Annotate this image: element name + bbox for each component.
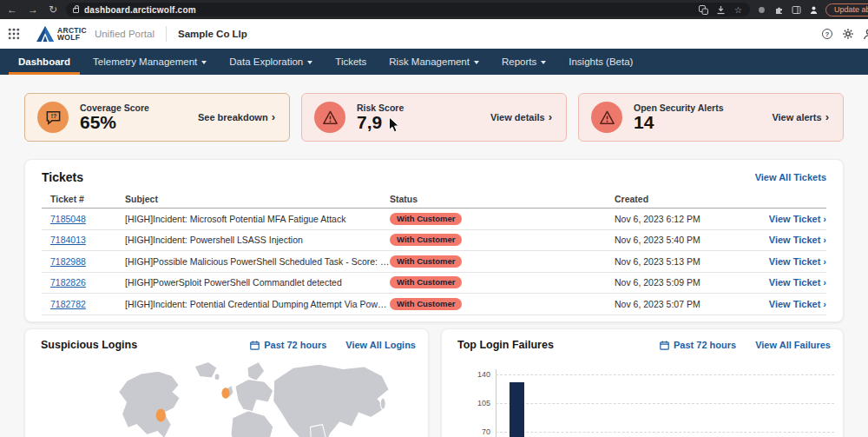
ticket-subject: [HIGH]Incident: Microsoft Potential MFA … (125, 214, 390, 224)
ticket-created: Nov 6, 2023 5:40 PM (615, 235, 713, 245)
status-badge: With Customer (390, 298, 462, 310)
tickets-panel: Tickets View All Tickets Ticket # Subjec… (24, 159, 844, 322)
browser-reload-icon[interactable]: ↻ (49, 4, 57, 15)
card-value: 7,9 (357, 113, 404, 132)
company-name[interactable]: Sample Co Llp (178, 29, 247, 39)
bookmark-star-icon[interactable]: ☆ (733, 5, 743, 15)
app-header: ARCTIC WOLF Unified Portal Sample Co Llp… (0, 19, 868, 49)
suspicious-logins-panel: Suspicious Logins Past 72 hours View All… (24, 328, 429, 437)
settings-gear-icon[interactable] (842, 28, 854, 40)
update-browser-button[interactable]: Update abschließen (825, 3, 868, 17)
caret-down-icon (474, 61, 479, 64)
chart-y-tick-label: 140 (464, 370, 490, 379)
see-breakdown-link[interactable]: See breakdown› (198, 112, 275, 122)
table-row: 7182826 [HIGH]PowerSploit PowerShell Com… (42, 273, 826, 295)
suspicious-logins-title: Suspicious Logins (41, 339, 137, 351)
arctic-wolf-logo: ARCTIC WOLF (36, 25, 87, 43)
browser-forward-icon[interactable]: → (28, 4, 38, 15)
extension-dot-icon[interactable] (757, 5, 766, 15)
ticket-created: Nov 6, 2023 5:13 PM (615, 256, 713, 267)
chevron-right-icon: › (823, 214, 826, 224)
calendar-icon (250, 341, 260, 350)
url-text: dashboard.arcticwolf.com (84, 5, 196, 15)
primary-nav: Dashboard Telemetry Management Data Expl… (0, 49, 868, 75)
tickets-table: Ticket # Subject Status Created 7185048 … (42, 189, 826, 315)
portal-label: Unified Portal (95, 29, 155, 39)
ticket-id-link[interactable]: 7182826 (50, 277, 86, 288)
ticket-id-link[interactable]: 7182782 (50, 299, 86, 309)
view-ticket-link[interactable]: View Ticket› (769, 235, 826, 245)
sidepanel-icon[interactable] (792, 5, 801, 15)
status-badge: With Customer (390, 213, 462, 225)
view-all-failures-link[interactable]: View All Failures (755, 340, 831, 350)
nav-tickets[interactable]: Tickets (324, 49, 378, 75)
caret-down-icon (541, 61, 546, 64)
address-bar[interactable]: dashboard.arcticwolf.com ☆ (66, 3, 750, 17)
chart-gridline (496, 374, 834, 375)
col-status: Status (390, 194, 615, 204)
chevron-right-icon: › (823, 235, 826, 245)
nav-risk-management[interactable]: Risk Management (378, 49, 490, 75)
status-badge: With Customer (390, 255, 462, 268)
view-ticket-link[interactable]: View Ticket› (769, 214, 826, 224)
extensions-puzzle-icon[interactable] (774, 5, 784, 15)
ticket-id-link[interactable]: 7185048 (50, 214, 86, 224)
chevron-right-icon: › (549, 111, 552, 122)
risk-score-card: Risk Score 7,9 View details› (301, 93, 567, 142)
table-row: 7184013 [HIGH]Incident: Powershell LSASS… (42, 230, 826, 252)
nav-insights[interactable]: Insights (Beta) (557, 49, 644, 75)
calendar-icon (660, 341, 669, 350)
browser-profile-icon[interactable] (809, 5, 819, 15)
login-failures-title: Top Login Failures (457, 339, 554, 351)
ticket-created: Nov 6, 2023 6:12 PM (615, 214, 713, 224)
caret-down-icon (307, 61, 312, 64)
login-marker-uk (221, 387, 229, 398)
world-map (25, 357, 428, 437)
failures-time-filter[interactable]: Past 72 hours (660, 340, 736, 350)
ticket-subject: [HIGH]Incident: Powershell LSASS Injecti… (125, 235, 390, 245)
nav-telemetry-management[interactable]: Telemetry Management (82, 49, 218, 75)
nav-data-exploration[interactable]: Data Exploration (218, 49, 324, 75)
coverage-score-card: !? Coverage Score 65% See breakdown› (24, 93, 290, 142)
translate-icon[interactable] (699, 5, 708, 15)
ticket-id-link[interactable]: 7184013 (50, 235, 86, 245)
view-ticket-link[interactable]: View Ticket› (769, 299, 826, 309)
col-created: Created (615, 194, 713, 204)
chevron-right-icon: › (823, 256, 826, 267)
table-row: 7182988 [HIGH]Possible Malicious PowerSh… (42, 251, 826, 273)
browser-back-icon[interactable]: ← (7, 4, 17, 15)
caret-down-icon (201, 61, 207, 64)
ticket-subject: [HIGH]Possible Malicious PowerShell Sche… (125, 256, 390, 267)
view-ticket-link[interactable]: View Ticket› (769, 256, 826, 267)
logins-time-filter[interactable]: Past 72 hours (250, 340, 326, 350)
app-grid-icon[interactable] (8, 28, 20, 40)
col-subject: Subject (125, 194, 390, 204)
warning-triangle-icon (314, 102, 345, 133)
chart-gridline (496, 432, 834, 433)
svg-text:!?: !? (50, 113, 56, 120)
table-row: 7182782 [HIGH]Incident: Potential Creden… (42, 294, 826, 315)
login-marker-us (156, 408, 166, 421)
ticket-created: Nov 6, 2023 5:07 PM (615, 299, 713, 309)
tickets-title: Tickets (42, 170, 83, 184)
chart-y-tick-label: 105 (464, 399, 490, 407)
account-icon[interactable] (863, 28, 868, 40)
lock-icon (73, 8, 79, 13)
nav-dashboard[interactable]: Dashboard (7, 49, 82, 75)
chevron-right-icon: › (272, 111, 275, 122)
chart-y-tick-label: 70 (464, 427, 490, 436)
view-details-link[interactable]: View details› (490, 112, 552, 122)
download-icon[interactable] (716, 5, 726, 15)
view-all-logins-link[interactable]: View All Logins (345, 340, 416, 350)
ticket-id-link[interactable]: 7182988 (50, 256, 86, 267)
open-alerts-card: Open Security Alerts 14 View alerts› (578, 93, 844, 142)
ticket-subject: [HIGH]PowerSploit PowerShell Commandlet … (125, 277, 390, 288)
nav-reports[interactable]: Reports (490, 49, 557, 75)
view-all-tickets-link[interactable]: View All Tickets (755, 172, 826, 182)
view-ticket-link[interactable]: View Ticket› (769, 277, 826, 288)
browser-toolbar: ← → ↻ dashboard.arcticwolf.com ☆ (0, 0, 868, 19)
chevron-right-icon: › (823, 299, 826, 309)
view-alerts-link[interactable]: View alerts› (772, 112, 829, 122)
header-divider (166, 26, 167, 42)
help-icon[interactable]: ? (821, 28, 833, 40)
